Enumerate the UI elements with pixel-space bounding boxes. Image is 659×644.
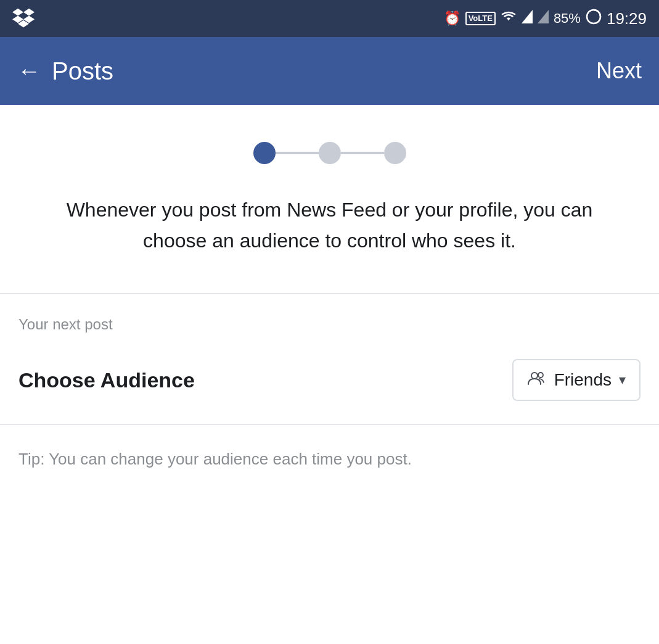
friends-icon [527,371,547,390]
volte-badge: VoLTE [465,12,496,25]
chevron-down-icon: ▾ [619,372,626,388]
clock-icon: ⏰ [444,10,460,27]
status-bar-right: ⏰ VoLTE 85% [444,9,647,28]
time-display: 19:29 [607,9,647,28]
svg-point-9 [538,373,543,378]
step-dot-1 [253,142,276,164]
battery-icon [586,9,602,28]
status-bar: ⏰ VoLTE 85% [0,0,659,37]
page-title: Posts [52,57,113,85]
wifi-icon [501,10,517,27]
step-dot-3 [384,142,406,164]
status-bar-left [12,7,35,30]
step-line-1 [276,152,319,154]
tip-text: Tip: You can change your audience each t… [0,425,659,493]
audience-row: Choose Audience Friends ▾ [0,345,659,419]
svg-marker-5 [522,10,533,23]
header-left: ← Posts [17,57,113,85]
next-button[interactable]: Next [596,52,642,90]
dropbox-icon [12,7,35,30]
audience-dropdown[interactable]: Friends ▾ [512,359,641,401]
step-line-2 [341,152,384,154]
section-label: Your next post [0,294,659,345]
back-button[interactable]: ← [17,59,41,83]
signal-icon-2 [538,10,549,27]
choose-audience-label: Choose Audience [18,368,195,392]
svg-marker-6 [538,10,549,23]
friends-label: Friends [554,370,612,390]
app-header: ← Posts Next [0,37,659,105]
description-text: Whenever you post from News Feed or your… [0,195,659,293]
battery-percentage: 85% [554,10,581,27]
svg-point-8 [531,373,538,379]
stepper [0,105,659,195]
signal-icon-1 [522,10,533,27]
step-dot-2 [319,142,341,164]
svg-marker-0 [12,9,23,16]
svg-marker-1 [23,9,35,16]
main-content: Whenever you post from News Feed or your… [0,105,659,644]
